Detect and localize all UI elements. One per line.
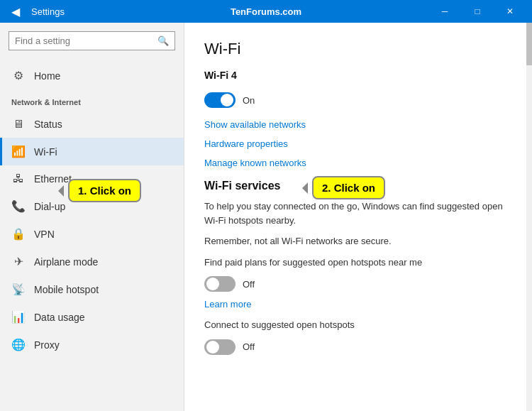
connect-toggle[interactable] bbox=[204, 339, 235, 355]
sidebar-item-hotspot[interactable]: 📡 Mobile hotspot bbox=[0, 275, 184, 303]
connect-label: Connect to suggested open hotspots bbox=[204, 318, 506, 332]
home-icon: ⚙ bbox=[11, 69, 26, 82]
sidebar-item-wifi[interactable]: 📶 Wi-Fi bbox=[0, 138, 184, 165]
scrollbar-thumb[interactable] bbox=[526, 23, 532, 65]
page-title: Wi-Fi bbox=[204, 40, 506, 58]
dialup-icon: 📞 bbox=[11, 199, 26, 213]
sidebar-item-airplane[interactable]: ✈ Airplane mode bbox=[0, 248, 184, 275]
watermark: TenForums.com bbox=[231, 6, 301, 17]
paid-plans-toggle-row: Off bbox=[204, 276, 506, 292]
learn-more-link[interactable]: Learn more bbox=[204, 299, 506, 309]
window-controls: ─ □ ✕ bbox=[428, 0, 526, 23]
data-icon: 📊 bbox=[11, 310, 26, 324]
toggle-knob bbox=[221, 94, 233, 106]
app-title: Settings bbox=[31, 6, 65, 17]
sidebar-item-label: Status bbox=[34, 119, 62, 130]
hardware-properties-link[interactable]: Hardware properties bbox=[204, 138, 506, 149]
maximize-button[interactable]: □ bbox=[461, 0, 494, 23]
back-button[interactable]: ◀ bbox=[6, 1, 26, 21]
paid-plans-label: Find paid plans for suggested open hotsp… bbox=[204, 256, 506, 270]
wifi-services-text2: Remember, not all Wi-Fi networks are sec… bbox=[204, 234, 506, 248]
search-input[interactable] bbox=[15, 35, 157, 46]
connect-state: Off bbox=[243, 341, 255, 352]
wifi-power-toggle[interactable] bbox=[204, 92, 235, 108]
paid-plans-toggle[interactable] bbox=[204, 276, 235, 292]
hotspot-icon: 📡 bbox=[11, 283, 26, 296]
manage-known-networks-link[interactable]: Manage known networks bbox=[204, 158, 506, 168]
wifi-toggle-row: Wi-Fi 4 bbox=[204, 70, 506, 81]
show-available-networks-link[interactable]: Show available networks bbox=[204, 119, 506, 130]
sidebar-item-label: Data usage bbox=[34, 312, 85, 323]
close-button[interactable]: ✕ bbox=[494, 0, 526, 23]
vpn-icon: 🔒 bbox=[11, 227, 26, 241]
sidebar-item-status[interactable]: 🖥 Status bbox=[0, 111, 184, 138]
sidebar-item-vpn[interactable]: 🔒 VPN bbox=[0, 220, 184, 248]
sidebar-item-label: Dial-up bbox=[34, 201, 65, 212]
status-icon: 🖥 bbox=[11, 118, 26, 131]
callout-2: 2. Click on bbox=[312, 176, 385, 199]
content-area: Wi-Fi Wi-Fi 4 On Show available networks… bbox=[184, 23, 526, 411]
search-icon: 🔍 bbox=[157, 35, 169, 46]
sidebar-section-header: Network & Internet bbox=[0, 89, 184, 111]
proxy-icon: 🌐 bbox=[11, 338, 26, 351]
sidebar-item-datausage[interactable]: 📊 Data usage bbox=[0, 303, 184, 331]
home-label: Home bbox=[34, 70, 60, 82]
sidebar-item-label: Proxy bbox=[34, 339, 60, 351]
sidebar: 🔍 ⚙ Home Network & Internet 🖥 Status 📶 W… bbox=[0, 23, 184, 411]
app-body: 🔍 ⚙ Home Network & Internet 🖥 Status 📶 W… bbox=[0, 23, 532, 411]
toggle-knob bbox=[206, 341, 219, 354]
sidebar-item-label: Ethernet bbox=[34, 173, 72, 185]
wifi-icon: 📶 bbox=[11, 145, 26, 158]
airplane-icon: ✈ bbox=[11, 255, 26, 268]
sidebar-item-label: Wi-Fi bbox=[34, 146, 57, 158]
sidebar-item-label: Mobile hotspot bbox=[34, 284, 99, 295]
scrollbar-track[interactable] bbox=[526, 23, 532, 411]
sidebar-item-proxy[interactable]: 🌐 Proxy bbox=[0, 331, 184, 358]
wifi-services-text1: To help you stay connected on the go, Wi… bbox=[204, 199, 506, 227]
title-bar: ◀ Settings TenForums.com ─ □ ✕ bbox=[0, 0, 532, 23]
toggle-knob bbox=[206, 278, 219, 290]
sidebar-item-label: VPN bbox=[34, 229, 55, 240]
sidebar-item-home[interactable]: ⚙ Home bbox=[0, 62, 184, 89]
callout-2-text: 2. Click on bbox=[322, 182, 375, 194]
connect-toggle-row: Off bbox=[204, 339, 506, 355]
ethernet-icon: 🖧 bbox=[11, 172, 26, 185]
wifi-power-state: On bbox=[243, 95, 255, 106]
minimize-button[interactable]: ─ bbox=[428, 0, 461, 23]
paid-plans-state: Off bbox=[243, 279, 255, 290]
wifi-version-label: Wi-Fi 4 bbox=[204, 70, 237, 81]
search-bar[interactable]: 🔍 bbox=[9, 31, 175, 50]
wifi-power-toggle-row: On bbox=[204, 92, 506, 108]
sidebar-item-label: Airplane mode bbox=[34, 256, 98, 268]
